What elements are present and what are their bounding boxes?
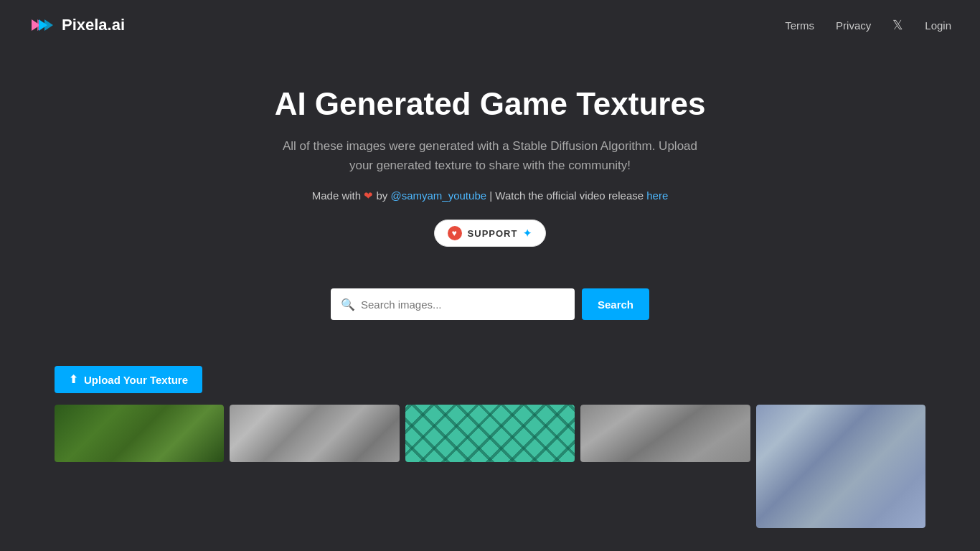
kofi-icon: ♥: [448, 226, 462, 240]
texture-teal-grid[interactable]: [405, 405, 575, 528]
texture-glass[interactable]: [756, 405, 925, 528]
logo[interactable]: Pixela.ai: [29, 12, 125, 38]
support-label: SUPPORT: [468, 228, 518, 239]
upload-label: Upload Your Texture: [84, 374, 188, 386]
texture-stone[interactable]: [580, 405, 750, 528]
hero-section: AI Generated Game Textures All of these …: [0, 50, 980, 359]
upload-icon: ⬆: [69, 373, 78, 386]
support-button-wrapper: ♥ SUPPORT ✦: [14, 220, 966, 268]
texture-green-leaves[interactable]: [55, 405, 224, 528]
video-text: | Watch the official video release: [489, 189, 644, 202]
logo-icon: [29, 12, 55, 38]
here-link[interactable]: here: [646, 189, 668, 202]
terms-link[interactable]: Terms: [785, 19, 814, 32]
search-area: 🔍 Search: [14, 288, 966, 320]
heart-icon: ❤: [364, 189, 376, 202]
login-link[interactable]: Login: [925, 19, 951, 32]
texture-grid: [0, 405, 980, 551]
search-box: 🔍: [331, 288, 575, 320]
texture-rocks[interactable]: [230, 405, 399, 528]
texture-row-1: [55, 405, 925, 528]
twitter-icon[interactable]: 𝕏: [892, 17, 903, 33]
nav-links: Terms Privacy 𝕏 Login: [785, 17, 951, 33]
upload-button[interactable]: ⬆ Upload Your Texture: [55, 366, 202, 393]
search-button[interactable]: Search: [582, 288, 649, 320]
made-with-prefix: Made with: [312, 189, 361, 202]
hero-subtitle: All of these images were generated with …: [275, 136, 705, 175]
logo-text: Pixela.ai: [62, 16, 125, 34]
search-input[interactable]: [361, 298, 565, 311]
navbar: Pixela.ai Terms Privacy 𝕏 Login: [0, 0, 980, 50]
made-with-text: Made with ❤ by @samyam_youtube | Watch t…: [14, 189, 966, 202]
hero-title: AI Generated Game Textures: [14, 86, 966, 122]
search-magnifier-icon: 🔍: [341, 298, 355, 311]
twitter-handle-link[interactable]: @samyam_youtube: [390, 189, 486, 202]
support-star: ✦: [523, 227, 532, 239]
support-button[interactable]: ♥ SUPPORT ✦: [434, 220, 547, 247]
upload-area: ⬆ Upload Your Texture: [0, 359, 980, 405]
svg-marker-3: [44, 19, 53, 31]
privacy-link[interactable]: Privacy: [836, 19, 871, 32]
made-with-by: by: [376, 189, 387, 202]
